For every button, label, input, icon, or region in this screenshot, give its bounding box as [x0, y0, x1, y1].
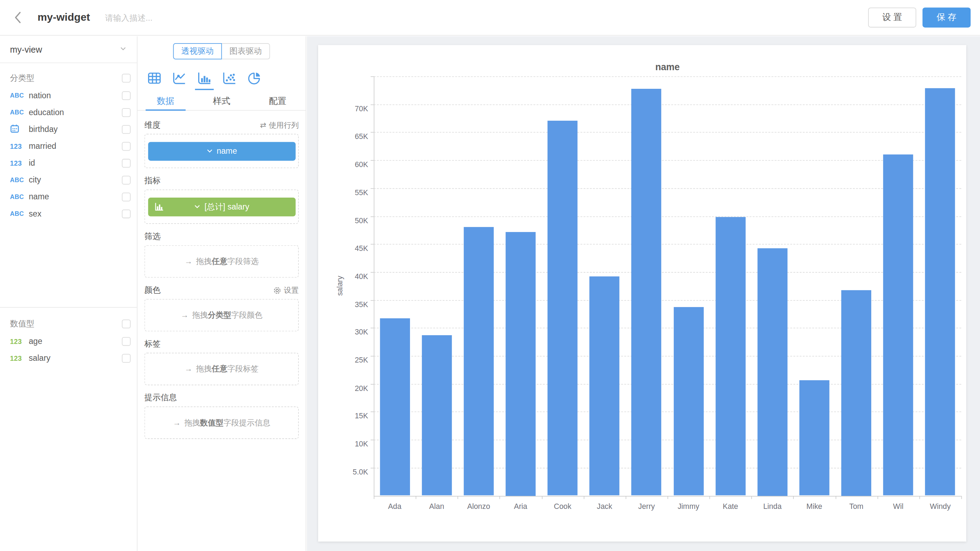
x-axis-label: Linda [751, 502, 794, 511]
field-item-label: city [29, 175, 122, 185]
field-item-city[interactable]: ABCcity [0, 171, 137, 188]
bar-Mike[interactable] [799, 381, 829, 495]
dimension-pill-label: name [217, 147, 237, 156]
field-item-sex[interactable]: ABCsex [0, 205, 137, 222]
bar-Jack[interactable] [590, 277, 620, 495]
tab-style[interactable]: 样式 [194, 92, 250, 110]
field-item-birthday[interactable]: birthday [0, 121, 137, 138]
metric-pill-salary[interactable]: [总计] salary [148, 197, 295, 216]
field-item-married[interactable]: 123married [0, 138, 137, 154]
y-axis-tick [371, 412, 374, 412]
field-checkbox-city[interactable] [122, 175, 130, 184]
view-selector-label: my-view [10, 45, 42, 55]
x-axis-tick [416, 495, 416, 499]
dimension-dropzone[interactable]: name [145, 134, 299, 168]
metric-header: 指标 [145, 174, 299, 188]
number-field-icon: 123 [10, 337, 29, 345]
x-axis-tick [458, 495, 458, 499]
field-item-label: married [29, 142, 122, 151]
settings-button[interactable]: 设 置 [868, 7, 916, 27]
field-checkbox-birthday[interactable] [122, 124, 130, 133]
field-checkbox-salary[interactable] [122, 354, 130, 363]
y-gridline [374, 467, 961, 468]
description-input[interactable] [105, 13, 267, 22]
y-gridline [374, 272, 961, 273]
field-checkbox-name[interactable] [122, 192, 130, 201]
y-axis-tick [371, 300, 374, 301]
x-axis-tick [374, 495, 375, 499]
x-axis-tick [625, 495, 626, 499]
gear-icon [273, 286, 281, 294]
save-button[interactable]: 保 存 [923, 7, 970, 27]
back-button[interactable] [10, 10, 25, 25]
bar-Wil[interactable] [883, 154, 913, 495]
categorical-select-all-checkbox[interactable] [122, 74, 130, 83]
metric-dropzone[interactable]: [总计] salary [145, 190, 299, 224]
field-item-nation[interactable]: ABCnation [0, 87, 137, 104]
dimension-header: 维度 ⇄ 使用行列 [145, 118, 299, 132]
dimension-pill-name[interactable]: name [148, 142, 295, 160]
table-icon [147, 70, 162, 86]
bar-Tom[interactable] [842, 290, 872, 495]
y-axis-label: 55K [327, 188, 368, 197]
metric-pill-label: [总计] salary [205, 201, 249, 212]
bar-Alan[interactable] [422, 335, 452, 495]
y-axis-tick [371, 132, 374, 133]
field-checkbox-married[interactable] [122, 142, 130, 151]
x-axis-tick [584, 495, 584, 499]
bar-Jerry[interactable] [632, 88, 662, 495]
color-dropzone[interactable]: → 拖拽分类型字段颜色 [145, 299, 299, 332]
bar-Cook[interactable] [547, 120, 578, 495]
chart-type-scatter[interactable] [221, 70, 237, 86]
field-item-education[interactable]: ABCeducation [0, 104, 137, 121]
y-gridline [374, 188, 961, 189]
bar-Linda[interactable] [757, 248, 788, 496]
y-axis-tick [371, 160, 374, 161]
bar-Windy[interactable] [925, 88, 955, 495]
mode-tab-pivot[interactable]: 透视驱动 [173, 43, 222, 59]
tab-data[interactable]: 数据 [137, 92, 194, 110]
bar-Kate[interactable] [716, 217, 746, 495]
field-item-age[interactable]: 123age [0, 333, 137, 350]
filter-label: 筛选 [145, 231, 161, 242]
y-gridline [374, 132, 961, 133]
chart-type-table[interactable] [146, 70, 162, 86]
field-item-label: age [29, 336, 122, 346]
mode-tab-chart[interactable]: 图表驱动 [222, 43, 270, 59]
field-item-name[interactable]: ABCname [0, 188, 137, 205]
view-selector[interactable]: my-view [0, 36, 137, 63]
field-checkbox-nation[interactable] [122, 91, 130, 100]
x-axis-tick [751, 495, 752, 499]
bar-Aria[interactable] [506, 232, 536, 495]
chart-type-pie[interactable] [246, 70, 262, 86]
chevron-left-icon [12, 11, 23, 24]
tooltip-dropzone[interactable]: → 拖拽数值型字段提示信息 [145, 406, 299, 439]
bar-Alonzo[interactable] [464, 228, 494, 496]
categorical-header: 分类型 [0, 70, 137, 87]
field-item-salary[interactable]: 123salary [0, 350, 137, 366]
bar-Jimmy[interactable] [673, 307, 703, 495]
field-checkbox-id[interactable] [122, 159, 130, 167]
chart-type-toolbar [137, 59, 305, 86]
tab-config[interactable]: 配置 [250, 92, 306, 110]
use-rows-cols-button[interactable]: ⇄ 使用行列 [260, 120, 299, 130]
chart-type-line[interactable] [171, 70, 187, 86]
numeric-select-all-checkbox[interactable] [122, 320, 130, 328]
filter-dropzone[interactable]: → 拖拽任意字段筛选 [145, 245, 299, 278]
metric-label: 指标 [145, 175, 161, 186]
chart-type-bar[interactable] [196, 70, 213, 86]
x-axis-label: Cook [542, 502, 584, 511]
field-item-id[interactable]: 123id [0, 154, 137, 171]
field-checkbox-sex[interactable] [122, 209, 130, 218]
label-dropzone[interactable]: → 拖拽任意字段标签 [145, 353, 299, 385]
y-axis-tick [371, 467, 374, 468]
color-settings-button[interactable]: 设置 [273, 285, 299, 296]
numeric-header: 数值型 [0, 315, 137, 333]
tooltip-label: 提示信息 [145, 392, 177, 403]
field-checkbox-age[interactable] [122, 337, 130, 346]
bar-Ada[interactable] [380, 318, 410, 495]
field-checkbox-education[interactable] [122, 108, 130, 116]
y-axis-label: 25K [327, 356, 368, 365]
dimension-label: 维度 [145, 119, 161, 131]
x-axis-label: Windy [919, 502, 961, 511]
